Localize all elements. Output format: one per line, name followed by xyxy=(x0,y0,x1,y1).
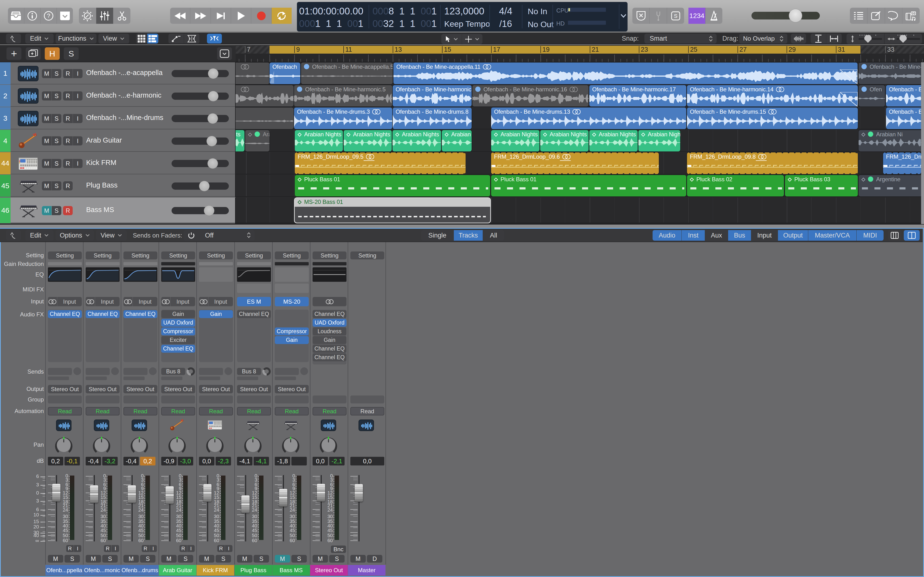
svg-text:?: ? xyxy=(47,13,50,19)
svg-text:S: S xyxy=(674,13,677,19)
